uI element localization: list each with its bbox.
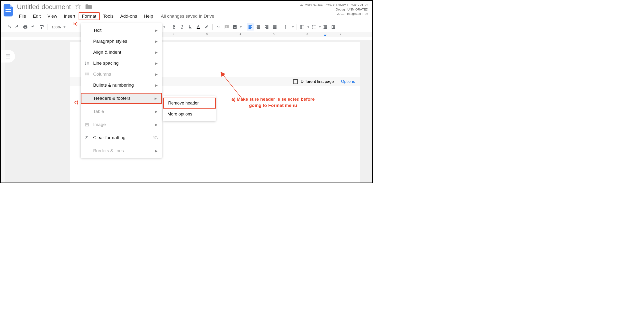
- different-first-page-label: Different first page: [301, 79, 334, 84]
- svg-line-54: [223, 75, 242, 98]
- menu-help[interactable]: Help: [140, 12, 156, 20]
- outline-toggle-button[interactable]: [1, 50, 15, 62]
- align-justify-button[interactable]: [271, 23, 278, 30]
- clear-formatting-icon: [84, 135, 90, 141]
- folder-icon[interactable]: [86, 4, 92, 10]
- submenu-more-options[interactable]: More options: [163, 109, 216, 120]
- print-button[interactable]: [22, 23, 29, 30]
- svg-rect-23: [302, 27, 304, 27]
- svg-rect-6: [249, 27, 252, 28]
- menu-addons[interactable]: Add-ons: [117, 12, 140, 20]
- menu-file[interactable]: File: [16, 12, 30, 20]
- menu-item-line-spacing[interactable]: Line spacing▶: [81, 58, 162, 69]
- header-options-link[interactable]: Options: [341, 79, 355, 84]
- svg-rect-3: [196, 28, 200, 29]
- menu-tools[interactable]: Tools: [100, 12, 117, 20]
- svg-rect-24: [301, 28, 302, 28]
- annotation-a: a) Make sure header is selected before g…: [230, 96, 316, 108]
- titlebar: Untitled document File Edit View Insert …: [1, 1, 372, 20]
- bulleted-list-button[interactable]: [310, 23, 321, 30]
- spellcheck-button[interactable]: [30, 23, 37, 30]
- menu-format[interactable]: Format: [78, 12, 100, 20]
- svg-rect-34: [325, 27, 327, 28]
- columns-icon: [84, 71, 90, 77]
- svg-point-30: [312, 28, 313, 28]
- menu-view[interactable]: View: [44, 12, 60, 20]
- svg-rect-1: [6, 11, 11, 12]
- highlight-button[interactable]: [203, 23, 210, 30]
- menu-item-align-indent[interactable]: Align & indent▶: [81, 47, 162, 58]
- align-center-button[interactable]: [255, 23, 262, 30]
- annotation-c: c): [74, 99, 78, 105]
- svg-rect-2: [6, 13, 9, 13]
- svg-rect-27: [314, 25, 316, 26]
- align-right-button[interactable]: [263, 23, 270, 30]
- horizontal-ruler[interactable]: 1 2 3 4 5 6 7: [1, 32, 372, 37]
- svg-rect-52: [88, 74, 89, 75]
- svg-rect-39: [332, 28, 336, 29]
- menu-insert[interactable]: Insert: [60, 12, 78, 20]
- menu-item-table: Table▶: [81, 106, 162, 117]
- svg-rect-12: [265, 25, 268, 26]
- svg-rect-48: [85, 74, 87, 75]
- svg-rect-10: [257, 27, 260, 28]
- svg-rect-13: [266, 26, 268, 27]
- headers-footers-submenu: Remove header More options: [163, 96, 216, 121]
- svg-rect-7: [249, 28, 251, 29]
- svg-point-26: [312, 25, 313, 26]
- svg-rect-18: [273, 27, 276, 28]
- underline-button[interactable]: [186, 23, 194, 30]
- menu-item-paragraph-styles[interactable]: Paragraph styles▶: [81, 36, 162, 47]
- insert-link-button[interactable]: [215, 23, 222, 30]
- bold-button[interactable]: [170, 23, 178, 30]
- italic-button[interactable]: [178, 23, 186, 30]
- menu-item-text[interactable]: Text▶: [81, 25, 162, 36]
- star-icon[interactable]: [75, 3, 81, 10]
- menu-item-image: Image▶: [81, 119, 162, 130]
- menu-item-clear-formatting[interactable]: Clear formatting⌘\: [81, 132, 162, 143]
- svg-rect-0: [6, 9, 11, 10]
- decrease-indent-button[interactable]: [322, 23, 329, 30]
- undo-button[interactable]: [6, 23, 13, 30]
- svg-rect-53: [88, 75, 89, 75]
- paint-format-button[interactable]: [38, 23, 45, 30]
- line-spacing-icon: [84, 60, 90, 66]
- svg-rect-4: [249, 25, 252, 26]
- save-status[interactable]: All changes saved in Drive: [161, 13, 214, 19]
- svg-rect-40: [6, 55, 10, 55]
- svg-rect-41: [6, 56, 7, 56]
- svg-rect-46: [85, 72, 87, 73]
- svg-rect-21: [302, 25, 304, 26]
- svg-rect-9: [257, 26, 260, 27]
- svg-rect-33: [325, 26, 327, 27]
- menu-item-bullets-numbering[interactable]: Bullets & numbering▶: [81, 80, 162, 91]
- menu-item-headers-footers[interactable]: Headers & footers▶: [81, 93, 162, 104]
- redo-button[interactable]: [14, 23, 21, 30]
- svg-rect-37: [333, 26, 335, 27]
- svg-rect-36: [332, 25, 336, 26]
- docs-logo-icon[interactable]: [4, 4, 13, 16]
- svg-rect-8: [257, 25, 260, 26]
- svg-rect-25: [302, 28, 304, 28]
- insert-image-button[interactable]: [231, 23, 242, 30]
- text-color-button[interactable]: [195, 23, 202, 30]
- different-first-page-checkbox[interactable]: [293, 79, 298, 84]
- document-title[interactable]: Untitled document: [17, 3, 71, 11]
- toolbar: 100% 11: [1, 22, 372, 32]
- svg-rect-14: [265, 27, 268, 28]
- image-icon: [84, 122, 90, 127]
- insert-comment-button[interactable]: [223, 23, 230, 30]
- svg-rect-43: [6, 57, 7, 57]
- zoom-select[interactable]: 100%: [50, 25, 66, 29]
- svg-rect-50: [88, 72, 89, 73]
- align-left-button[interactable]: [247, 23, 254, 30]
- menu-edit[interactable]: Edit: [30, 12, 44, 20]
- svg-rect-29: [314, 27, 316, 27]
- submenu-remove-header[interactable]: Remove header: [163, 98, 216, 109]
- svg-rect-38: [333, 27, 335, 28]
- increase-indent-button[interactable]: [330, 23, 337, 30]
- checklist-button[interactable]: [299, 23, 309, 30]
- format-menu-dropdown: Text▶ Paragraph styles▶ Align & indent▶ …: [81, 23, 162, 158]
- line-spacing-button[interactable]: [283, 23, 294, 30]
- svg-rect-35: [324, 28, 327, 29]
